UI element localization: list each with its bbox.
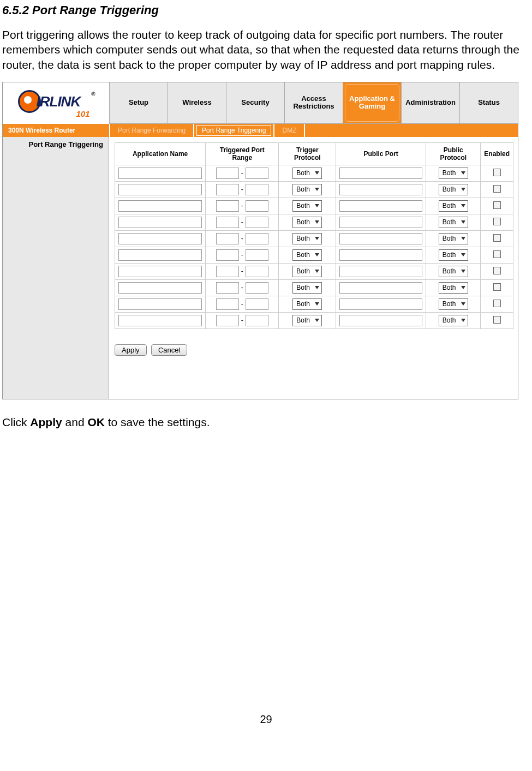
trigger-protocol-value: Both (296, 186, 310, 193)
app-name-input[interactable] (118, 315, 202, 326)
trig-port-start-input[interactable] (216, 282, 239, 294)
public-port-input[interactable] (339, 266, 422, 277)
app-name-input[interactable] (118, 266, 202, 277)
app-name-input[interactable] (118, 217, 202, 228)
trig-port-end-input[interactable] (246, 315, 268, 326)
enabled-checkbox[interactable] (493, 201, 501, 209)
tab-administration[interactable]: Administration (401, 82, 459, 124)
public-protocol-select[interactable]: Both (439, 200, 468, 212)
public-protocol-select[interactable]: Both (439, 233, 468, 244)
public-protocol-select[interactable]: Both (439, 315, 468, 326)
enabled-checkbox[interactable] (493, 283, 501, 291)
range-separator: - (239, 267, 246, 275)
trigger-protocol-select[interactable]: Both (292, 298, 322, 310)
chevron-down-icon (461, 237, 465, 240)
public-port-input[interactable] (339, 184, 422, 195)
enabled-checkbox[interactable] (493, 316, 501, 324)
enabled-checkbox[interactable] (493, 218, 501, 225)
public-port-input[interactable] (339, 315, 422, 326)
public-port-input[interactable] (339, 200, 422, 212)
trig-port-end-input[interactable] (246, 282, 268, 294)
chevron-down-icon (461, 171, 465, 175)
trig-port-start-input[interactable] (216, 217, 239, 228)
public-protocol-select[interactable]: Both (439, 282, 468, 294)
enabled-checkbox[interactable] (493, 185, 501, 193)
trigger-protocol-select[interactable]: Both (292, 184, 322, 195)
tab-access-restrictions[interactable]: Access Restrictions (284, 82, 343, 124)
trig-port-start-input[interactable] (216, 266, 239, 277)
trigger-protocol-select[interactable]: Both (292, 200, 322, 212)
button-row: Apply Cancel (115, 344, 513, 356)
app-name-input[interactable] (118, 200, 202, 212)
trig-port-start-input[interactable] (216, 200, 239, 212)
public-port-input[interactable] (339, 217, 422, 228)
app-name-input[interactable] (118, 282, 202, 294)
trig-port-end-input[interactable] (246, 266, 268, 277)
enabled-checkbox[interactable] (493, 267, 501, 274)
range-separator: - (239, 218, 246, 226)
trig-port-end-input[interactable] (246, 184, 268, 195)
trig-port-start-input[interactable] (216, 168, 239, 179)
main-tabs: SetupWirelessSecurityAccess Restrictions… (109, 82, 518, 124)
tab-application-gaming[interactable]: Application & Gaming (343, 82, 401, 124)
tab-setup[interactable]: Setup (109, 82, 168, 124)
logo-sub: 101 (76, 109, 89, 118)
enabled-checkbox[interactable] (493, 250, 501, 258)
public-port-input[interactable] (339, 249, 422, 261)
chevron-down-icon (461, 204, 465, 207)
trigger-protocol-select[interactable]: Both (292, 315, 322, 326)
public-port-input[interactable] (339, 233, 422, 244)
enabled-checkbox[interactable] (493, 234, 501, 242)
trig-port-end-input[interactable] (246, 168, 268, 179)
public-port-input[interactable] (339, 298, 422, 310)
trigger-protocol-select[interactable]: Both (292, 168, 322, 179)
public-protocol-select[interactable]: Both (439, 217, 468, 228)
trig-port-start-input[interactable] (216, 315, 239, 326)
cancel-button[interactable]: Cancel (151, 344, 187, 356)
public-protocol-select[interactable]: Both (439, 184, 468, 195)
trig-port-start-input[interactable] (216, 184, 239, 195)
trigger-protocol-value: Both (296, 235, 310, 242)
col-enabled: Enabled (481, 142, 513, 165)
app-name-input[interactable] (118, 184, 202, 195)
app-name-input[interactable] (118, 298, 202, 310)
trig-port-start-input[interactable] (216, 249, 239, 261)
col-app-name: Application Name (115, 142, 206, 165)
tab-status[interactable]: Status (459, 82, 518, 124)
trig-port-end-input[interactable] (246, 200, 268, 212)
public-protocol-select[interactable]: Both (439, 249, 468, 261)
app-name-input[interactable] (118, 168, 202, 179)
subtab-port-range-triggering[interactable]: Port Range Triggering (194, 124, 274, 137)
public-protocol-select[interactable]: Both (439, 266, 468, 277)
public-protocol-select[interactable]: Both (439, 168, 468, 179)
app-name-input[interactable] (118, 249, 202, 261)
trigger-protocol-select[interactable]: Both (292, 282, 322, 294)
public-port-input[interactable] (339, 282, 422, 294)
enabled-checkbox[interactable] (493, 169, 501, 176)
app-name-input[interactable] (118, 233, 202, 244)
tab-wireless[interactable]: Wireless (168, 82, 226, 124)
public-port-input[interactable] (339, 168, 422, 179)
enabled-checkbox[interactable] (493, 300, 501, 307)
subtab-port-range-forwarding[interactable]: Port Range Forwarding (109, 124, 194, 137)
subtab-dmz[interactable]: DMZ (274, 124, 305, 137)
col-pub-port: Public Port (336, 142, 426, 165)
col-pub-proto: Public Protocol (426, 142, 481, 165)
range-separator: - (239, 316, 246, 324)
tab-security[interactable]: Security (226, 82, 284, 124)
trig-port-end-input[interactable] (246, 233, 268, 244)
trig-port-end-input[interactable] (246, 249, 268, 261)
chevron-down-icon (461, 302, 465, 306)
range-separator: - (239, 300, 246, 308)
trig-port-end-input[interactable] (246, 217, 268, 228)
trigger-protocol-select[interactable]: Both (292, 266, 322, 277)
trig-port-start-input[interactable] (216, 298, 239, 310)
public-protocol-value: Both (443, 186, 456, 193)
trigger-protocol-select[interactable]: Both (292, 249, 322, 261)
public-protocol-select[interactable]: Both (439, 298, 468, 310)
apply-button[interactable]: Apply (115, 344, 147, 356)
trig-port-end-input[interactable] (246, 298, 268, 310)
trigger-protocol-select[interactable]: Both (292, 217, 322, 228)
trig-port-start-input[interactable] (216, 233, 239, 244)
trigger-protocol-select[interactable]: Both (292, 233, 322, 244)
